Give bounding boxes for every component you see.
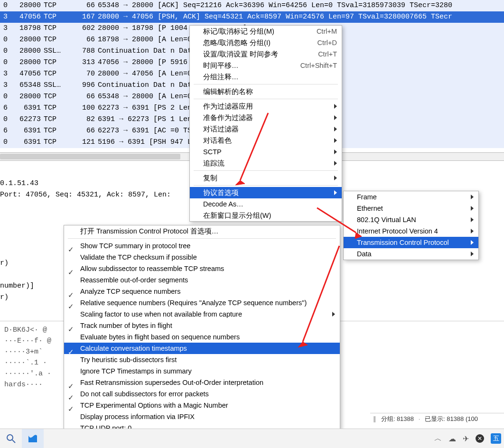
- cell: 0: [0, 46, 11, 57]
- cell: SSL…: [44, 46, 71, 57]
- cell: TCP: [44, 91, 71, 103]
- submenu-arrow-icon: [334, 104, 337, 109]
- cell: 6391: [11, 137, 44, 148]
- tcp-exp-options[interactable]: TCP Experimental Options with a Magic Nu…: [64, 400, 340, 411]
- submenu-arrow-icon: [471, 240, 474, 245]
- cell: 602: [71, 23, 98, 34]
- tcp-ignore-ts[interactable]: Ignore TCP Timestamps in summary: [64, 365, 340, 377]
- status-packets: 81388: [397, 415, 414, 422]
- cell: TCP: [44, 103, 71, 114]
- cell: TCP: [44, 57, 71, 68]
- cell: 28000: [11, 0, 44, 11]
- cell: 3: [0, 68, 11, 80]
- packet-row-selected[interactable]: 3 47056 TCP 167 28000 → 47056 [PSH, ACK]…: [0, 11, 504, 23]
- cell: 996: [71, 80, 98, 91]
- submenu-arrow-icon: [471, 206, 474, 211]
- menu-editname[interactable]: 编辑解析的名称: [190, 86, 342, 97]
- cell: 82: [71, 114, 98, 125]
- tray-close-icon[interactable]: ✕: [476, 434, 484, 443]
- submenu-arrow-icon: [471, 252, 474, 256]
- svg-line-4: [303, 246, 339, 342]
- cell: 0: [0, 137, 11, 148]
- cell: 3: [0, 80, 11, 91]
- scrollbar-thumb[interactable]: [0, 154, 180, 159]
- submenu-arrow-icon: [471, 195, 474, 199]
- cell: 65348: [11, 80, 44, 91]
- cell: 66: [71, 0, 98, 11]
- cell: TCP: [44, 34, 71, 46]
- cell: 28000: [11, 46, 44, 57]
- packet-row[interactable]: 0 28000 TCP 66 65348 → 28000 [ACK] Seq=2…: [0, 0, 504, 11]
- submenu-arrow-icon: [334, 149, 337, 154]
- cell: 18798: [11, 23, 44, 34]
- tray-ime-icon[interactable]: 五: [491, 433, 501, 444]
- cell: SSL…: [44, 80, 71, 91]
- svg-marker-5: [298, 342, 308, 347]
- submenu-data[interactable]: Data: [344, 248, 478, 260]
- cell: TCP: [44, 0, 71, 11]
- cell: 121: [71, 137, 98, 148]
- status-displayed: 81388 (100: [447, 415, 478, 422]
- submenu-arrow-icon: [471, 229, 474, 233]
- menu-mark[interactable]: 标记/取消标记 分组(M)Ctrl+M: [190, 26, 342, 37]
- cell: 65348 → 28000 [ACK] Seq=21216 Ack=36396 …: [98, 0, 504, 11]
- submenu-arrow-icon: [471, 217, 474, 222]
- cell: 6: [0, 125, 11, 137]
- submenu-arrow-icon: [334, 138, 337, 143]
- tray-expand-icon[interactable]: ︿: [434, 434, 442, 444]
- tcp-heuristic[interactable]: Try heuristic sub-dissectors first: [64, 354, 340, 365]
- annotation-arrow-icon: [233, 109, 275, 190]
- menu-separator: [68, 238, 336, 239]
- cell: TCP: [44, 125, 71, 137]
- cell: 3: [0, 11, 11, 23]
- submenu-arrow-icon: [334, 115, 337, 120]
- taskbar-wireshark-icon[interactable]: [22, 429, 44, 448]
- status-displayed-label: 已显示:: [425, 415, 445, 422]
- tcp-no-err-subdiss[interactable]: Do not call subdissectors for error pack…: [64, 388, 340, 400]
- taskbar[interactable]: ︿ ☁ ✈ ✕ 五: [0, 429, 504, 448]
- cell: 47056: [11, 11, 44, 23]
- cell: 788: [71, 46, 98, 57]
- cell: TCP: [44, 68, 71, 80]
- svg-marker-1: [235, 180, 245, 185]
- cell: 6391: [11, 125, 44, 137]
- taskbar-search-icon[interactable]: [0, 429, 22, 448]
- cell: 28000: [11, 57, 44, 68]
- cell: 100: [71, 103, 98, 114]
- submenu-frame[interactable]: Frame: [344, 191, 478, 203]
- cell: 66: [71, 34, 98, 46]
- menu-separator: [194, 84, 338, 84]
- menu-ignore[interactable]: 忽略/取消忽略 分组(I)Ctrl+D: [190, 37, 342, 48]
- cell: 0: [0, 114, 11, 125]
- annotation-arrow-icon: [289, 242, 346, 351]
- submenu-arrow-icon: [334, 161, 337, 166]
- cell: TCP: [44, 114, 71, 125]
- menu-comment[interactable]: 分组注释…: [190, 71, 342, 83]
- cell: 66: [71, 125, 98, 137]
- tcp-fast-rt[interactable]: Fast Retransmission supersedes Out-of-Or…: [64, 377, 340, 388]
- tray-cloud-icon[interactable]: ☁: [448, 434, 456, 443]
- cell: 3: [0, 23, 11, 34]
- cell: TCP: [44, 23, 71, 34]
- cell: 0: [0, 0, 11, 11]
- cell: 28000: [11, 34, 44, 46]
- submenu-arrow-icon: [334, 190, 337, 195]
- cell: 6391: [11, 103, 44, 114]
- cell: TCP: [44, 137, 71, 148]
- svg-line-2: [317, 208, 356, 233]
- tray-send-icon[interactable]: ✈: [463, 434, 469, 443]
- submenu-arrow-icon: [334, 176, 337, 180]
- menu-timeshift[interactable]: 时间平移…Ctrl+Shift+T: [190, 60, 342, 71]
- system-tray[interactable]: ︿ ☁ ✈ ✕ 五: [434, 429, 501, 448]
- cell: 70: [71, 68, 98, 80]
- cell: 62273: [11, 114, 44, 125]
- svg-marker-3: [355, 233, 362, 239]
- tcp-open-prefs[interactable]: 打开 Transmission Control Protocol 首选项…: [64, 225, 340, 237]
- cell: 313: [71, 57, 98, 68]
- menu-timeref[interactable]: 设置/取消设置 时间参考Ctrl+T: [190, 48, 342, 60]
- cell: 66: [71, 91, 98, 103]
- status-packets-label: 分组:: [381, 415, 395, 422]
- cell: TCP: [44, 11, 71, 23]
- cell: 47056: [11, 68, 44, 80]
- tcp-ipfix[interactable]: Display process information via IPFIX: [64, 411, 340, 422]
